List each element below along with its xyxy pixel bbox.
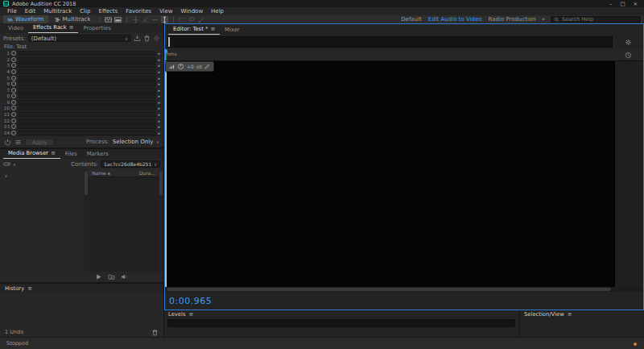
effect-slot-3[interactable]: 3▸ <box>2 63 162 69</box>
tree-scrollbar[interactable] <box>84 169 89 272</box>
slot-power-icon[interactable] <box>11 131 16 135</box>
tab-properties[interactable]: Properties <box>78 24 115 33</box>
save-preset-icon[interactable] <box>134 35 141 42</box>
menu-edit[interactable]: Edit <box>21 8 40 15</box>
menu-effects[interactable]: Effects <box>94 8 122 15</box>
chevron-right-icon[interactable]: ▸ <box>158 100 160 105</box>
menu-multitrack[interactable]: Multitrack <box>39 8 76 15</box>
menu-view[interactable]: View <box>155 8 177 15</box>
multitrack-view-button[interactable]: Multitrack <box>51 15 95 23</box>
level-meter[interactable] <box>167 319 515 327</box>
effect-slot-5[interactable]: 5▸ <box>2 75 162 81</box>
close-button[interactable]: × <box>634 1 638 7</box>
gear-icon[interactable] <box>153 35 160 42</box>
effect-slot-8[interactable]: 8▸ <box>2 93 162 100</box>
speaker-icon[interactable] <box>121 273 128 280</box>
chevron-right-icon[interactable]: ▸ <box>158 118 160 123</box>
effect-slot-13[interactable]: 13▸ <box>2 124 162 131</box>
overview-selection[interactable] <box>168 37 170 47</box>
media-browser-list-body[interactable] <box>89 177 159 272</box>
chevron-right-icon[interactable]: ▸ <box>158 112 160 117</box>
effect-slot-4[interactable]: 4▸ <box>2 69 162 76</box>
move-tool-icon[interactable] <box>132 16 139 23</box>
import-file-icon[interactable] <box>108 273 115 280</box>
tab-files[interactable]: Files <box>60 150 82 159</box>
chevron-right-icon[interactable]: ▸ <box>158 51 160 56</box>
show-spectral-icon[interactable] <box>114 16 122 23</box>
menu-favorites[interactable]: Favorites <box>122 8 155 15</box>
apply-button[interactable]: Apply <box>25 139 54 146</box>
workspace-edit-audio-to-video[interactable]: Edit Audio to Video <box>428 16 482 23</box>
slot-power-icon[interactable] <box>11 124 16 129</box>
volume-knob-icon[interactable] <box>177 63 184 70</box>
slot-well[interactable] <box>18 88 156 93</box>
drive-icon[interactable] <box>3 160 10 168</box>
editor-settings-icon[interactable] <box>625 39 632 46</box>
workspace-radio-production[interactable]: Radio Production <box>489 16 536 23</box>
panel-menu-icon[interactable]: ≡ <box>51 150 56 156</box>
time-selection-tool-icon[interactable] <box>161 16 168 23</box>
panel-menu-icon[interactable]: ≡ <box>210 26 215 32</box>
effect-slot-2[interactable]: 2▸ <box>2 57 162 64</box>
workspace-overflow-button[interactable]: » <box>542 16 545 23</box>
overview-navigator[interactable] <box>167 36 613 48</box>
amplitude-ruler[interactable] <box>614 61 643 287</box>
menu-help[interactable]: Help <box>207 8 228 15</box>
slot-power-icon[interactable] <box>11 93 16 98</box>
pencil-icon[interactable] <box>204 64 210 69</box>
slot-power-icon[interactable] <box>11 106 16 110</box>
slot-well[interactable] <box>18 69 156 74</box>
chevron-right-icon[interactable]: ▸ <box>158 88 160 93</box>
tab-video[interactable]: Video <box>3 24 28 33</box>
paintbrush-tool-icon[interactable] <box>198 16 205 23</box>
effect-slot-11[interactable]: 11▸ <box>2 112 162 118</box>
slot-well[interactable] <box>18 51 156 56</box>
effect-slot-1[interactable]: 1▸ <box>2 51 162 57</box>
chevron-right-icon[interactable]: ▸ <box>158 106 160 110</box>
chevron-right-icon[interactable]: ▸ <box>158 93 160 98</box>
slot-well[interactable] <box>18 131 156 135</box>
delete-preset-icon[interactable] <box>143 35 151 42</box>
slot-power-icon[interactable] <box>11 118 16 123</box>
slot-power-icon[interactable] <box>11 69 16 74</box>
menu-window[interactable]: Window <box>177 8 208 15</box>
effect-slot-12[interactable]: 12▸ <box>2 118 162 124</box>
presets-dropdown[interactable]: (Default) ∨ <box>28 35 131 42</box>
slot-power-icon[interactable] <box>11 81 16 86</box>
tab-editor[interactable]: Editor: Test * ≡ <box>168 25 220 35</box>
chevron-right-icon[interactable]: ▸ <box>158 63 160 68</box>
chevron-right-icon[interactable]: ▸ <box>158 131 160 135</box>
maximize-button[interactable]: □ <box>620 1 625 7</box>
slot-well[interactable] <box>18 100 156 105</box>
slot-well[interactable] <box>18 76 156 81</box>
slot-well[interactable] <box>18 57 156 62</box>
slot-well[interactable] <box>18 93 156 98</box>
contents-dropdown[interactable]: 1ac7cc26d8e4b251 ∨ <box>101 160 160 168</box>
effect-slot-7[interactable]: 7▸ <box>2 87 162 93</box>
search-help-input[interactable] <box>562 16 634 23</box>
chevron-right-icon[interactable]: ▸ <box>158 124 160 129</box>
slot-power-icon[interactable] <box>11 112 16 117</box>
show-waveform-icon[interactable] <box>105 16 112 23</box>
panel-menu-icon[interactable]: ≡ <box>69 24 74 31</box>
waveform-display[interactable]: +0 dB <box>165 61 614 287</box>
panel-menu-icon[interactable]: ≡ <box>27 285 32 292</box>
chevron-right-icon[interactable]: ▸ <box>158 76 160 81</box>
slot-power-icon[interactable] <box>11 57 16 62</box>
clear-history-icon[interactable] <box>151 329 159 336</box>
slot-power-icon[interactable] <box>11 76 16 81</box>
lasso-tool-icon[interactable] <box>188 16 196 23</box>
rack-toggle-icon[interactable] <box>14 139 22 146</box>
tab-effects-rack[interactable]: Effects Rack≡ <box>28 23 78 33</box>
slot-well[interactable] <box>18 112 156 117</box>
playhead-marker[interactable] <box>165 49 167 60</box>
chevron-right-icon[interactable]: ▸ <box>158 69 160 74</box>
tab-markers[interactable]: Markers <box>82 150 114 159</box>
column-name[interactable]: Name <box>92 170 106 176</box>
slot-power-icon[interactable] <box>11 88 16 93</box>
slot-well[interactable] <box>18 106 156 110</box>
minimize-button[interactable]: – <box>609 1 612 7</box>
power-icon[interactable] <box>4 139 11 146</box>
slot-well[interactable] <box>18 118 156 123</box>
slot-well[interactable] <box>18 124 156 129</box>
